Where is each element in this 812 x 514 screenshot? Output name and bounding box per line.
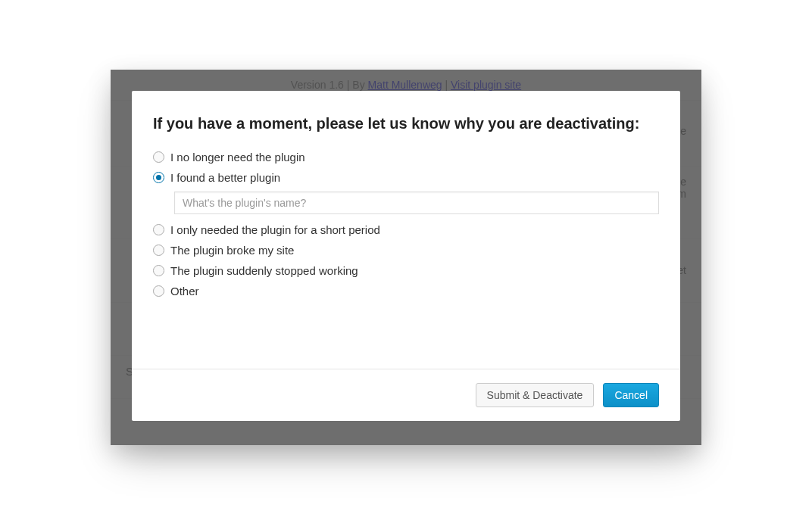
screenshot-frame: Version 1.6 | By Matt Mullenweg | Visit … [111,70,701,445]
deactivation-feedback-modal: If you have a moment, please let us know… [132,91,680,421]
radio-icon[interactable] [153,285,164,297]
cancel-button[interactable]: Cancel [603,383,659,407]
radio-icon[interactable] [153,265,164,276]
reason-option-no-longer-need[interactable]: I no longer need the plugin [153,151,659,164]
reason-option-broke-site[interactable]: The plugin broke my site [153,244,659,257]
reason-label: I only needed the plugin for a short per… [170,223,380,236]
reason-label: Other [170,285,199,297]
reason-option-stopped-working[interactable]: The plugin suddenly stopped working [153,264,659,277]
better-plugin-name-input[interactable] [174,192,659,214]
reason-option-other[interactable]: Other [153,285,659,297]
reason-option-short-period[interactable]: I only needed the plugin for a short per… [153,223,659,236]
followup-container [174,192,659,214]
reason-label: The plugin suddenly stopped working [170,264,358,277]
radio-icon[interactable] [153,151,164,163]
radio-icon[interactable] [153,245,164,256]
reason-option-found-better[interactable]: I found a better plugin [153,171,659,184]
reason-label: I no longer need the plugin [170,151,305,164]
modal-footer: Submit & Deactivate Cancel [132,369,680,421]
submit-deactivate-button[interactable]: Submit & Deactivate [476,383,595,407]
reason-radio-list: I no longer need the plugin I found a be… [153,151,659,297]
radio-icon[interactable] [153,224,164,235]
reason-label: I found a better plugin [170,171,280,184]
radio-icon[interactable] [153,172,164,183]
reason-label: The plugin broke my site [170,244,294,257]
modal-body: If you have a moment, please let us know… [132,91,680,369]
modal-title: If you have a moment, please let us know… [153,114,659,134]
